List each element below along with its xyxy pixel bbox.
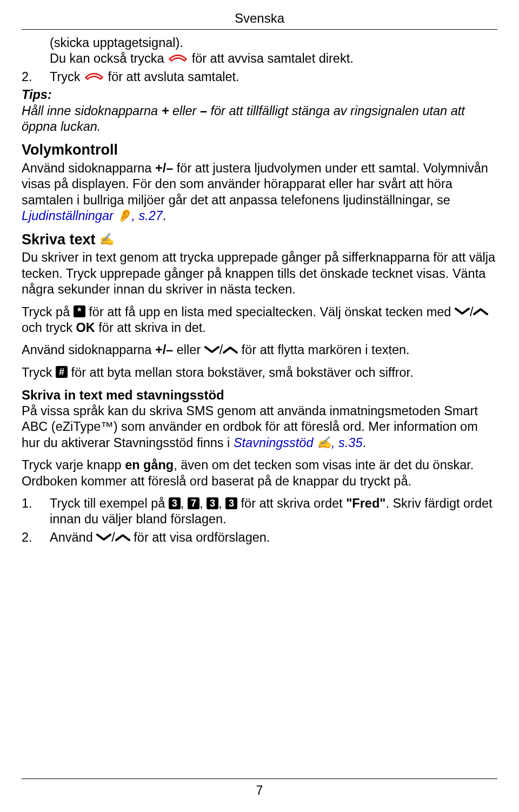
- heading-volymkontroll: Volymkontroll: [22, 141, 497, 159]
- stavning-once: en gång: [125, 458, 174, 472]
- skriva-p2: Tryck på * för att få upp en lista med s…: [22, 304, 497, 336]
- ordered-list: 1. Tryck till exempel på 3, 7, 3, 3 för …: [22, 496, 497, 545]
- link-ljudinstallningar[interactable]: Ljudinställningar 👂, s.27: [22, 209, 163, 223]
- heading-skriva-text: Skriva text ✍: [22, 231, 497, 249]
- ol2a: Använd: [50, 530, 96, 544]
- chevron-up-icon: [473, 307, 488, 316]
- write-icon: ✍: [99, 232, 114, 247]
- intro-line1: (skicka upptagetsignal).: [50, 36, 183, 50]
- chevron-up-icon: [223, 345, 238, 354]
- stavning-p2: Tryck varje knapp en gång, även om det t…: [22, 457, 497, 489]
- stavning-p1b: , s.35: [331, 436, 362, 450]
- skriva-p4b: för att byta mellan stora bokstäver, små…: [68, 365, 414, 380]
- footer-area: 7: [22, 778, 497, 798]
- sep1: ,: [181, 496, 188, 510]
- tips-a: Håll inne sidoknapparna: [22, 104, 162, 118]
- ol2b: för att visa ordförslagen.: [130, 530, 270, 544]
- tips-body: Håll inne sidoknapparna + eller – för at…: [22, 104, 465, 134]
- skriva-p2b: för att få upp en lista med specialtecke…: [85, 305, 455, 319]
- stavning-p2a: Tryck varje knapp: [22, 458, 125, 472]
- ol1b: för att skriva ordet: [237, 496, 346, 510]
- tips-plus: +: [162, 104, 169, 118]
- fred-word: "Fred": [346, 496, 385, 510]
- ol2-body: Använd / för att visa ordförslagen.: [50, 530, 497, 545]
- skriva-p2d: för att skriva in det.: [95, 321, 206, 335]
- ol1-num: 1.: [22, 496, 50, 528]
- page-number: 7: [22, 783, 497, 798]
- link-stavningsstod[interactable]: Stavningsstöd ✍, s.35: [234, 436, 363, 450]
- key-3-icon: 3: [169, 497, 181, 509]
- stavning-p1: På vissa språk kan du skriva SMS genom a…: [22, 403, 497, 451]
- step2-text-b: för att avsluta samtalet.: [104, 70, 239, 84]
- heading-stavningsstod: Skriva in text med stavningsstöd: [22, 387, 497, 403]
- skriva-p3c: för att flytta markören i texten.: [238, 343, 409, 357]
- step-2-number: 2.: [22, 69, 50, 85]
- tips-label: Tips:: [22, 88, 52, 102]
- skriva-p3a: Använd sidoknapparna: [22, 343, 155, 357]
- chevron-down-icon: [96, 533, 111, 542]
- ol1-body: Tryck till exempel på 3, 7, 3, 3 för att…: [50, 496, 497, 528]
- chevron-up-icon: [115, 533, 130, 542]
- hash-key-icon: #: [56, 366, 68, 378]
- volym-pm: +/–: [155, 161, 173, 175]
- list-item: 1. Tryck till exempel på 3, 7, 3, 3 för …: [22, 496, 497, 528]
- key-7-icon: 7: [188, 497, 199, 509]
- tips-minus: –: [200, 104, 207, 118]
- ol2-num: 2.: [22, 530, 50, 545]
- tips-b: eller: [169, 104, 199, 118]
- write-icon: ✍: [317, 435, 331, 450]
- chevron-down-icon: [455, 307, 470, 316]
- top-rule: [22, 29, 497, 30]
- link-stavning-text: Stavningsstöd: [234, 436, 314, 450]
- key-3-icon: 3: [225, 497, 237, 509]
- ear-icon: 👂: [117, 208, 131, 223]
- volym-a: Använd sidoknapparna: [22, 161, 155, 175]
- bottom-rule: [22, 778, 497, 779]
- skriva-p2c: och tryck: [22, 321, 76, 335]
- page-language-title: Svenska: [22, 11, 497, 26]
- ok-label: OK: [76, 321, 95, 335]
- end-call-icon: [168, 52, 188, 64]
- key-3-icon: 3: [207, 497, 218, 509]
- intro-line2b: för att avvisa samtalet direkt.: [188, 51, 354, 65]
- chevron-down-icon: [204, 345, 219, 354]
- sep2: ,: [199, 496, 207, 510]
- period2: .: [363, 436, 367, 450]
- skriva-p4a: Tryck: [22, 365, 56, 380]
- intro-continuation: (skicka upptagetsignal). Du kan också tr…: [22, 35, 497, 67]
- sep3: ,: [218, 496, 225, 510]
- content-area: (skicka upptagetsignal). Du kan också tr…: [22, 35, 497, 545]
- star-key-icon: *: [74, 305, 85, 317]
- skriva-pm: +/–: [155, 343, 173, 357]
- ol1a: Tryck till exempel på: [50, 496, 169, 510]
- step2-text-a: Tryck: [50, 70, 84, 84]
- intro-line2a: Du kan också trycka: [50, 51, 168, 65]
- tips-block: Tips: Håll inne sidoknapparna + eller – …: [22, 87, 497, 135]
- list-item: 2. Använd / för att visa ordförslagen.: [22, 530, 497, 545]
- volym-paragraph: Använd sidoknapparna +/– för att justera…: [22, 161, 497, 224]
- step-2: 2. Tryck för att avsluta samtalet.: [22, 69, 497, 85]
- skriva-p3: Använd sidoknapparna +/– eller / för att…: [22, 342, 497, 358]
- period: .: [163, 209, 167, 223]
- heading-skriva-label: Skriva text: [22, 231, 96, 248]
- skriva-p2a: Tryck på: [22, 305, 74, 319]
- step-2-body: Tryck för att avsluta samtalet.: [50, 69, 497, 85]
- link-ljud-text: Ljudinställningar: [22, 209, 114, 223]
- skriva-p1: Du skriver in text genom att trycka uppr…: [22, 250, 497, 297]
- skriva-p3b: eller: [173, 343, 204, 357]
- skriva-p4: Tryck # för att byta mellan stora bokstä…: [22, 365, 497, 381]
- volym-c: , s.27: [131, 209, 162, 223]
- end-call-icon: [84, 71, 104, 83]
